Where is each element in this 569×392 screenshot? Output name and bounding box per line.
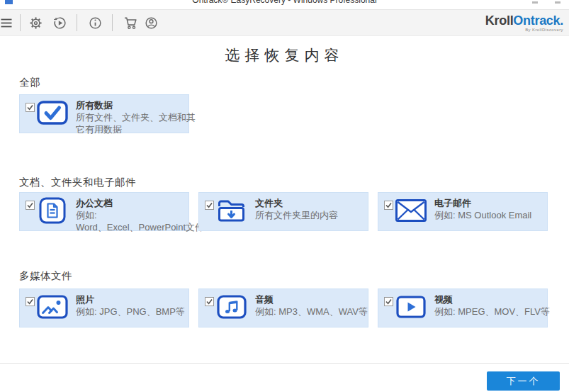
card-folders[interactable]: 文件夹 所有文件夹里的内容 [198,192,368,231]
card-photos[interactable]: 照片 例如: JPG、PNG、BMP等 [19,289,189,327]
restore-window-button[interactable] [532,1,538,4]
toolbar-separator [77,14,77,31]
page-title: 选择恢复内容 [0,45,569,66]
office-documents-checkbox[interactable] [26,201,35,210]
card-email[interactable]: 电子邮件 例如: MS Outlook Email [378,192,548,231]
card-desc: 例如: JPG、PNG、BMP等 [76,306,185,318]
card-title: 所有数据 [76,100,196,111]
video-play-icon [393,293,429,321]
section-label-all: 全部 [19,76,569,89]
audio-note-icon [214,293,249,321]
card-title: 文件夹 [255,198,338,209]
photo-icon [35,293,70,321]
next-button[interactable]: 下一个 [487,371,560,391]
card-row: 所有数据 所有文件、文件夹、文档和其 它有用数据 [19,94,569,133]
check-icon [35,99,70,127]
card-desc: 所有文件夹里的内容 [255,209,338,221]
card-desc: Word、Excel、PowerPoint文件 [76,221,204,233]
account-icon[interactable] [144,16,159,30]
toolbar: KrollOntrack. By KrollDiscovery [0,9,569,36]
video-checkbox[interactable] [384,297,393,306]
window-titlebar: Ontrack® EasyRecovery - Windows Professi… [0,0,569,9]
footer-divider [0,363,569,364]
card-title: 办公文档 [76,198,204,209]
menu-icon[interactable] [1,16,13,29]
card-row: 照片 例如: JPG、PNG、BMP等 音频 例如: MP3、WMA、WAV等 … [19,289,569,327]
folder-icon [214,196,249,225]
history-replay-icon[interactable] [52,16,67,30]
logo-tagline: By KrollDiscovery [485,28,563,32]
email-checkbox[interactable] [384,201,393,210]
info-icon[interactable] [88,16,103,30]
logo-kroll-text: Kroll [485,13,514,28]
document-icon [35,196,70,225]
all-data-checkbox[interactable] [26,103,35,112]
krollontrack-logo: KrollOntrack. By KrollDiscovery [485,14,563,32]
audio-checkbox[interactable] [205,297,214,306]
card-desc: 例如: MP3、WMA、WAV等 [255,306,368,318]
card-title: 电子邮件 [434,198,531,209]
card-audio[interactable]: 音频 例如: MP3、WMA、WAV等 [198,289,368,327]
card-video[interactable]: 视频 例如: MPEG、MOV、FLV等 [378,289,548,327]
toolbar-separator [20,14,21,31]
card-desc: 例如: MS Outlook Email [434,209,531,221]
card-desc: 所有文件、文件夹、文档和其 [76,111,196,123]
card-title: 照片 [76,294,185,306]
section-label-documents: 文档、文件夹和电子邮件 [19,176,569,189]
card-row: 办公文档 例如: Word、Excel、PowerPoint文件 文件夹 所有文… [19,192,569,231]
photos-checkbox[interactable] [26,297,35,306]
card-desc: 例如: [76,209,204,221]
card-all-data[interactable]: 所有数据 所有文件、文件夹、文档和其 它有用数据 [19,94,189,133]
window-title: Ontrack® EasyRecovery - Windows Professi… [0,0,569,5]
shopping-cart-icon[interactable] [123,16,139,30]
card-title: 音频 [255,294,368,306]
folders-checkbox[interactable] [205,201,214,210]
toolbar-separator [112,14,113,31]
card-desc: 例如: MPEG、MOV、FLV等 [434,306,550,318]
email-envelope-icon [393,196,429,225]
section-label-multimedia: 多媒体文件 [19,269,569,282]
logo-ontrack-text: Ontrack. [513,13,563,28]
card-title: 视频 [434,294,550,306]
card-office-documents[interactable]: 办公文档 例如: Word、Excel、PowerPoint文件 [19,192,189,231]
close-window-button[interactable] [555,1,560,4]
settings-gear-icon[interactable] [28,16,43,30]
card-desc: 它有用数据 [76,123,196,135]
